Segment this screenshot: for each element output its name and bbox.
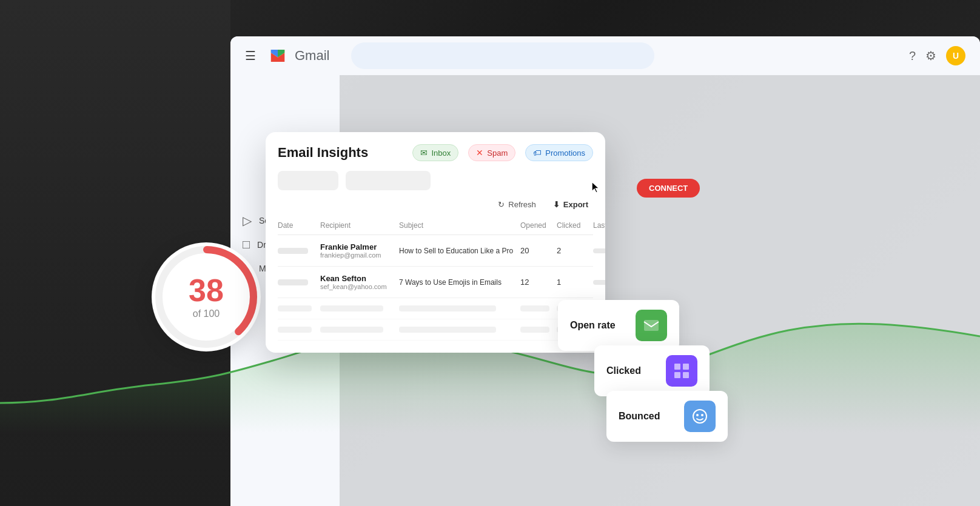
col-last-activity: Last Activity [593, 221, 605, 230]
refresh-icon: ↻ [498, 200, 505, 209]
table-row: Frankie Palmer frankiep@gmail.com How to… [278, 235, 593, 267]
ph-op-4 [520, 327, 549, 333]
table-header: Date Recipient Subject Opened Clicked La… [278, 216, 593, 235]
ph-sub-4 [399, 327, 496, 333]
ph-date-3 [278, 305, 312, 311]
bounced-icon [684, 401, 716, 432]
hamburger-icon: ☰ [245, 48, 256, 63]
subject-cell-2: 7 Ways to Use Emojis in Emails [399, 278, 520, 287]
svg-rect-4 [683, 364, 689, 370]
filter-bar [278, 171, 593, 190]
avatar[interactable]: U [946, 46, 965, 65]
ph-sub-3 [399, 305, 496, 311]
activity-bar-1 [593, 248, 605, 253]
recipient-email-1: frankiep@gmail.com [320, 251, 399, 259]
panel-header: Email Insights ✉ Inbox ✕ Spam 🏷 Promotio… [278, 144, 593, 161]
col-date: Date [278, 221, 320, 230]
card-open-rate: Open rate [558, 300, 679, 351]
gmail-title-text: Gmail [295, 48, 329, 64]
recipient-cell-2: Kean Sefton sef_kean@yahoo.com [320, 274, 399, 290]
col-clicked: Clicked [557, 221, 593, 230]
insights-panel: Email Insights ✉ Inbox ✕ Spam 🏷 Promotio… [266, 132, 605, 353]
open-rate-icon [636, 310, 667, 341]
gauge-circle: 38 of 100 [152, 242, 261, 351]
export-icon: ⬇ [553, 200, 560, 209]
svg-rect-3 [674, 364, 680, 370]
placeholder-row-3 [278, 298, 593, 319]
badge-spam[interactable]: ✕ Spam [468, 144, 515, 161]
badge-promotions[interactable]: 🏷 Promotions [525, 144, 593, 161]
recipient-cell-1: Frankie Palmer frankiep@gmail.com [320, 242, 399, 259]
gauge-arc-svg [152, 242, 261, 351]
gmail-header: ☰ Gmail ? ⚙ U [230, 36, 980, 75]
ph-op-3 [520, 305, 549, 311]
refresh-label: Refresh [508, 200, 536, 209]
badge-inbox[interactable]: ✉ Inbox [412, 144, 458, 161]
ph-date-4 [278, 327, 312, 333]
question-icon[interactable]: ? [909, 49, 916, 63]
promotions-label: Promotions [545, 148, 585, 158]
filter-date[interactable] [278, 171, 338, 190]
activity-bar-2 [593, 280, 605, 285]
svg-point-8 [696, 414, 699, 416]
svg-point-9 [701, 414, 703, 416]
gmail-m-icon [266, 47, 290, 65]
sent-icon: ▷ [243, 213, 252, 228]
opened-cell-1: 20 [520, 246, 557, 255]
opened-cell-2: 12 [520, 278, 557, 287]
settings-icon[interactable]: ⚙ [925, 48, 936, 63]
filter-recipient[interactable] [346, 171, 431, 190]
svg-rect-6 [683, 372, 689, 378]
gauge-widget: 38 of 100 [152, 242, 261, 351]
col-opened: Opened [520, 221, 557, 230]
date-cell-2 [278, 279, 308, 285]
clicked-icon [666, 355, 697, 387]
gmail-logo: Gmail [266, 47, 329, 65]
col-recipient: Recipient [320, 221, 399, 230]
bounced-label: Bounced [619, 411, 660, 422]
col-subject: Subject [399, 221, 520, 230]
gmail-search-bar[interactable] [351, 42, 654, 69]
clicked-cell-1: 2 [557, 246, 593, 255]
refresh-button[interactable]: ↻ Refresh [493, 198, 541, 211]
recipient-email-2: sef_kean@yahoo.com [320, 283, 399, 290]
background-red-button: CONNECT [637, 179, 700, 198]
ph-rec-3 [320, 305, 383, 311]
open-rate-label: Open rate [570, 320, 616, 331]
actions-bar: ↻ Refresh ⬇ Export [278, 198, 593, 211]
clicked-cell-2: 1 [557, 278, 593, 287]
card-bounced: Bounced [606, 391, 728, 442]
panel-title: Email Insights [278, 145, 403, 161]
promotions-icon: 🏷 [533, 148, 542, 158]
ph-rec-4 [320, 327, 383, 333]
subject-cell-1: How to Sell to Education Like a Pro [399, 247, 520, 255]
svg-point-7 [693, 410, 706, 423]
spam-x-icon: ✕ [476, 148, 483, 158]
svg-rect-2 [644, 320, 659, 331]
spam-label: Spam [487, 148, 508, 158]
date-cell-1 [278, 248, 308, 254]
svg-rect-5 [674, 372, 680, 378]
card-clicked: Clicked [594, 345, 710, 396]
placeholder-row-4 [278, 319, 593, 341]
export-button[interactable]: ⬇ Export [548, 198, 593, 211]
table-row: Kean Sefton sef_kean@yahoo.com 7 Ways to… [278, 267, 593, 298]
inbox-label: Inbox [431, 148, 451, 158]
recipient-name-2: Kean Sefton [320, 274, 399, 283]
clicked-label: Clicked [606, 365, 641, 376]
export-label: Export [563, 200, 588, 209]
recipient-name-1: Frankie Palmer [320, 242, 399, 251]
inbox-icon: ✉ [420, 148, 428, 158]
